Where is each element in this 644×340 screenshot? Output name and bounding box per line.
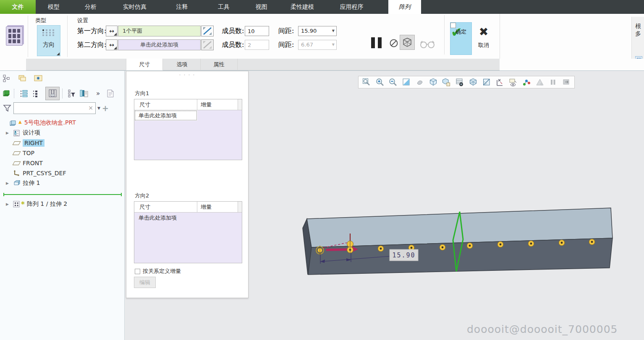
svg-text:15.90: 15.90 <box>392 252 415 259</box>
menu-tab-view[interactable]: 视图 <box>243 0 279 14</box>
datum-plane-icon <box>12 161 21 165</box>
table-scrollbar-track[interactable] <box>238 202 242 212</box>
first-direction-flip-button[interactable] <box>201 26 214 36</box>
show-part-button[interactable] <box>0 88 13 99</box>
tab-options[interactable]: 选项 <box>164 59 201 70</box>
menu-tab-tools[interactable]: 工具 <box>204 0 243 14</box>
no-preview-button[interactable] <box>386 36 401 51</box>
tree-item-label[interactable]: TOP <box>23 150 34 156</box>
toolbar-drag-handle[interactable] <box>14 89 16 98</box>
tree-item-label[interactable]: RIGHT <box>23 139 45 147</box>
menu-tab-apps[interactable]: 应用程序 <box>325 0 378 14</box>
spacing2-dropdown[interactable]: 6.67 ▼ <box>298 40 337 50</box>
direction1-table-header: 尺寸 增量 <box>134 99 242 110</box>
relation-checkbox[interactable] <box>135 269 140 274</box>
first-direction-collector[interactable]: 1个平面 <box>118 26 201 36</box>
glasses-icon <box>419 39 436 49</box>
spacing1-dropdown[interactable]: 15.90 ▼ <box>298 26 337 36</box>
tree-item-label[interactable]: PRT_CSYS_DEF <box>23 170 66 176</box>
tree-search-row: × ▼ + <box>3 101 122 115</box>
direction-type-button[interactable]: 方向 <box>37 25 60 56</box>
menu-tab-analysis[interactable]: 分析 <box>72 0 110 14</box>
insertion-indicator-line[interactable] <box>3 194 122 195</box>
type-group-label: 类型 <box>35 17 46 24</box>
warning-icon: ▲ <box>18 119 22 124</box>
tree-item-label[interactable]: 阵列 1 / 拉伸 2 <box>27 200 67 208</box>
members2-input[interactable] <box>245 40 269 50</box>
tree-item-design-items[interactable]: ▶ 设计项 <box>0 128 125 138</box>
tree-item-extrude1[interactable]: ▶ 拉伸 1 <box>0 178 125 188</box>
expand-list-button[interactable] <box>18 88 30 99</box>
no-preview-icon <box>389 38 399 48</box>
layer-tree-button[interactable] <box>16 73 29 84</box>
pattern-feature-icon <box>6 26 23 46</box>
app-window: 文件 模型 分析 实时仿真 注释 工具 视图 柔性建模 应用程序 阵列 类型 方… <box>0 0 644 340</box>
tree-item-top-plane[interactable]: TOP <box>0 148 125 158</box>
add-filter-button[interactable]: + <box>102 104 109 113</box>
second-direction-collector[interactable]: 单击此处添加项 <box>118 39 201 50</box>
table-scrollbar-track[interactable] <box>238 99 242 110</box>
direction2-table: 尺寸 增量 单击此处添加项 <box>134 201 242 263</box>
tree-info-button[interactable] <box>104 88 117 99</box>
tree-caret-icon[interactable]: ▶ <box>6 202 12 206</box>
menu-tab-flexmodel[interactable]: 柔性建模 <box>279 0 325 14</box>
document-icon <box>106 89 115 98</box>
tree-item-csys[interactable]: PRT_CSYS_DEF <box>0 168 125 178</box>
tab-properties[interactable]: 属性 <box>201 59 238 70</box>
panel-drag-handle[interactable]: · · · · <box>126 72 248 78</box>
dimension-value-label[interactable]: 15.90 <box>390 249 418 261</box>
tree-item-label[interactable]: FRONT <box>23 160 43 166</box>
search-dropdown-icon[interactable]: ▼ <box>97 106 100 110</box>
tree-column-settings-button[interactable] <box>78 88 90 99</box>
direction1-add-item-cell[interactable]: 单击此处添加项 <box>134 110 197 121</box>
pause-button[interactable] <box>369 36 384 50</box>
cancel-label: 取消 <box>474 42 494 49</box>
dimension-column-header[interactable]: 尺寸 <box>134 99 197 110</box>
menu-tab-annotate[interactable]: 注释 <box>160 0 204 14</box>
menu-bar: 文件 模型 分析 实时仿真 注释 工具 视图 柔性建模 应用程序 阵列 <box>0 0 644 14</box>
first-direction-swap-button[interactable]: ↔ <box>106 26 118 36</box>
ribbon: 类型 方向 设置 第一方向: ↔ 1个平面 第二方向: ↔ 单击此处添加项 <box>0 14 644 59</box>
tree-caret-icon[interactable]: ▶ <box>6 131 12 135</box>
tree-columns-button[interactable] <box>45 87 60 100</box>
new-feature-asterisk-icon: * <box>21 202 25 206</box>
model-tree-view-button[interactable] <box>0 73 13 84</box>
tree-item-pattern1[interactable]: ▶ * 阵列 1 / 拉伸 2 <box>0 199 125 209</box>
collapse-list-button[interactable] <box>30 88 43 99</box>
layers-folder-icon <box>18 74 27 83</box>
second-direction-flip-button[interactable] <box>201 39 214 50</box>
direction2-edit-button[interactable]: 编辑 <box>134 277 156 288</box>
cancel-button[interactable]: ✖ 取消 <box>474 22 494 55</box>
increment-column-header[interactable]: 增量 <box>197 202 238 212</box>
ribbon-separator <box>67 16 68 57</box>
settings-group-label: 设置 <box>77 17 88 24</box>
increment-column-header[interactable]: 增量 <box>197 99 238 110</box>
tree-search-input[interactable] <box>15 104 86 113</box>
tree-filter-icon <box>67 89 76 98</box>
tree-item-label[interactable]: 5号电池收纳盒.PRT <box>24 119 76 127</box>
tree-item-part-root[interactable]: ▲ 5号电池收纳盒.PRT <box>0 118 125 128</box>
geometry-preview-toggle[interactable] <box>400 35 415 50</box>
tree-filter-button[interactable] <box>65 88 78 99</box>
tree-settings-button[interactable] <box>32 73 45 84</box>
ok-button[interactable]: ✔ 确定 <box>450 22 472 55</box>
search-clear-icon[interactable]: × <box>88 104 93 111</box>
second-direction-swap-button[interactable]: ↔ <box>106 39 118 50</box>
tree-item-label[interactable]: 设计项 <box>23 129 40 137</box>
feature-preview-button[interactable] <box>418 36 437 52</box>
menu-tab-model[interactable]: 模型 <box>36 0 72 14</box>
menu-tab-pattern-active[interactable]: 阵列 <box>388 0 421 14</box>
spacing2-value: 6.67 <box>301 42 313 48</box>
tree-item-label[interactable]: 拉伸 1 <box>23 179 40 187</box>
dropdown-arrow-icon[interactable]: ▼ <box>332 26 335 36</box>
dimension-column-header[interactable]: 尺寸 <box>134 202 197 212</box>
tree-item-right-plane[interactable]: RIGHT <box>0 138 125 148</box>
members1-input[interactable] <box>245 26 269 36</box>
tree-caret-icon[interactable]: ▶ <box>6 181 12 185</box>
direction2-add-item-cell[interactable]: 单击此处添加项 <box>134 213 242 223</box>
menu-tab-simulation[interactable]: 实时仿真 <box>110 0 160 14</box>
toolbar-overflow-button[interactable]: » <box>94 90 102 97</box>
tree-item-front-plane[interactable]: FRONT <box>0 158 125 168</box>
tab-dimensions[interactable]: 尺寸 <box>126 59 163 70</box>
menu-tab-file[interactable]: 文件 <box>0 0 36 14</box>
